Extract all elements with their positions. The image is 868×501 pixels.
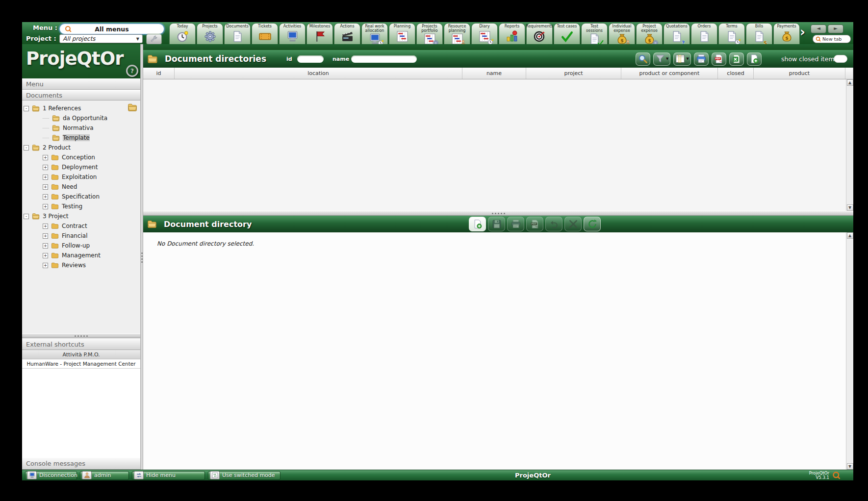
tree-item-template[interactable]: Template	[22, 133, 140, 143]
pdf-button[interactable]	[712, 52, 726, 66]
collapse-icon[interactable]: -	[24, 214, 29, 219]
column-header-product-or-component[interactable]: product or component	[621, 68, 718, 79]
tree-item-da-opportunita[interactable]: da Opportunita	[22, 113, 140, 123]
expand-icon[interactable]: +	[43, 224, 48, 229]
new-tab-button[interactable]: New tab	[813, 35, 851, 43]
scroll-down-icon[interactable]: ▼	[847, 204, 853, 211]
sidebar-documents-header[interactable]: Documents	[22, 90, 140, 100]
tab-tickets[interactable]: Tickets	[252, 23, 278, 44]
expand-icon[interactable]: +	[43, 233, 48, 239]
tab-test-sessions[interactable]: Test sessions	[581, 23, 608, 44]
horizontal-splitter[interactable]	[143, 211, 853, 216]
tab-orders[interactable]: Orders	[691, 23, 717, 44]
scroll-down-icon[interactable]: ▼	[847, 463, 853, 470]
nav-forward-button[interactable]: ►	[828, 25, 843, 33]
list-scrollbar[interactable]: ▲ ▼	[846, 79, 853, 211]
tree-item-specification[interactable]: +Specification	[22, 192, 140, 201]
column-header-location[interactable]: location	[175, 68, 462, 79]
tree-item-3-project[interactable]: -3 Project	[22, 211, 140, 221]
document-directories-list[interactable]: ▲ ▼	[143, 79, 853, 211]
use-switched-mode-button[interactable]: Use switched mode	[208, 471, 281, 480]
tab-projects[interactable]: Projects	[197, 23, 223, 44]
tree-item-testing[interactable]: +Testing	[22, 201, 140, 211]
column-header-product[interactable]: product	[754, 68, 845, 79]
column-header-closed[interactable]: closed	[718, 68, 754, 79]
detail-new-button[interactable]	[469, 217, 486, 231]
project-settings-button[interactable]	[146, 34, 162, 45]
print-button[interactable]	[694, 52, 709, 66]
show-closed-checkbox[interactable]	[834, 55, 847, 63]
hide-menu-button[interactable]: Hide menu	[132, 471, 205, 480]
column-header-id[interactable]: id	[143, 68, 175, 79]
tab-payments[interactable]: Payments	[773, 23, 800, 44]
expand-icon[interactable]: +	[43, 204, 48, 209]
chevron-down-icon[interactable]: ▼	[666, 57, 668, 61]
tree-item-1-references[interactable]: -1 References	[22, 103, 140, 113]
expand-icon[interactable]: +	[43, 175, 48, 180]
disconnection-button[interactable]: Disconnection	[25, 471, 77, 480]
external-shortcuts-header[interactable]: External shortcuts	[22, 338, 140, 350]
console-messages-header[interactable]: Console messages	[22, 457, 140, 470]
tree-item-reviews[interactable]: +Reviews	[22, 260, 140, 270]
tab-real-work-allocation[interactable]: Real work allocation	[361, 23, 388, 44]
new-document-button[interactable]	[747, 52, 762, 66]
nav-back-button[interactable]: ◄	[811, 25, 826, 33]
detail-refresh-button[interactable]	[584, 217, 601, 231]
tree-item-normativa[interactable]: Normativa	[22, 123, 140, 133]
tree-item-contract[interactable]: +Contract	[22, 221, 140, 231]
scroll-up-icon[interactable]: ▲	[847, 79, 853, 86]
column-header-name[interactable]: name	[462, 68, 526, 79]
tab-project-expense[interactable]: Project expense	[636, 23, 663, 44]
tab-activities[interactable]: Activities	[279, 23, 306, 44]
filter-button[interactable]: ▼	[653, 52, 670, 66]
help-button[interactable]: ?	[126, 65, 138, 77]
tree-item-deployment[interactable]: +Deployment	[22, 162, 140, 172]
tab-bills[interactable]: Bills$	[746, 23, 772, 44]
tab-actions[interactable]: Actions	[334, 23, 360, 44]
column-header-project[interactable]: project	[526, 68, 621, 79]
tab-today[interactable]: Today	[169, 23, 196, 44]
collapse-icon[interactable]: -	[24, 145, 29, 150]
tab-requirements[interactable]: Requirements	[526, 23, 553, 44]
tab-diary[interactable]: Diary	[471, 23, 498, 44]
tree-item-2-product[interactable]: -2 Product	[22, 143, 140, 152]
expand-icon[interactable]: +	[43, 243, 48, 249]
tree-item-exploitation[interactable]: +Exploitation	[22, 172, 140, 182]
tree-item-financial[interactable]: +Financial	[22, 231, 140, 241]
expand-icon[interactable]: +	[43, 194, 48, 200]
tree-item-follow-up[interactable]: +Follow-up	[22, 241, 140, 250]
tab-planning[interactable]: Planning	[389, 23, 415, 44]
search-button[interactable]	[636, 52, 650, 66]
tab-resource-planning[interactable]: Resource planning	[444, 23, 470, 44]
expand-icon[interactable]: +	[43, 263, 48, 268]
tab-reports[interactable]: Reports	[499, 23, 525, 44]
name-filter-input[interactable]	[351, 55, 417, 63]
tree-item-management[interactable]: +Management	[22, 250, 140, 260]
project-select[interactable]: All projects ▼	[59, 34, 143, 43]
tab-terms[interactable]: Terms	[718, 23, 745, 44]
menu-search-combo[interactable]: All menus	[59, 24, 164, 34]
shortcut-group-header[interactable]: Attività P.M.O.	[22, 350, 140, 359]
sidebar-splitter[interactable]	[22, 333, 140, 338]
tab-quotations[interactable]: Quotations?	[664, 23, 690, 44]
scroll-up-icon[interactable]: ▲	[847, 232, 853, 239]
tab-documents[interactable]: Documents	[224, 23, 251, 44]
sidebar-menu-header[interactable]: Menu	[22, 78, 140, 90]
id-filter-input[interactable]	[297, 55, 324, 63]
tree-item-need[interactable]: +Need	[22, 182, 140, 192]
shortcut-link[interactable]: HumanWare - Project Management Center	[22, 359, 140, 369]
tree-item-conception[interactable]: +Conception	[22, 152, 140, 162]
chevron-down-icon[interactable]: ▼	[686, 57, 689, 61]
expand-icon[interactable]: +	[43, 155, 48, 160]
columns-button[interactable]: ▼	[673, 52, 690, 66]
tab-overflow-chevron[interactable]: ›	[800, 24, 805, 39]
tab-projects-portfolio[interactable]: Projects portfolio	[416, 23, 443, 44]
detail-scrollbar[interactable]: ▲ ▼	[846, 232, 853, 470]
expand-icon[interactable]: +	[43, 184, 48, 190]
csv-button[interactable]	[729, 52, 744, 66]
expand-icon[interactable]: +	[43, 253, 48, 258]
tab-milestones[interactable]: Milestones	[306, 23, 333, 44]
tab-individual-expense[interactable]: Individual expense	[609, 23, 635, 44]
expand-icon[interactable]: +	[43, 165, 48, 170]
collapse-icon[interactable]: -	[24, 106, 29, 111]
